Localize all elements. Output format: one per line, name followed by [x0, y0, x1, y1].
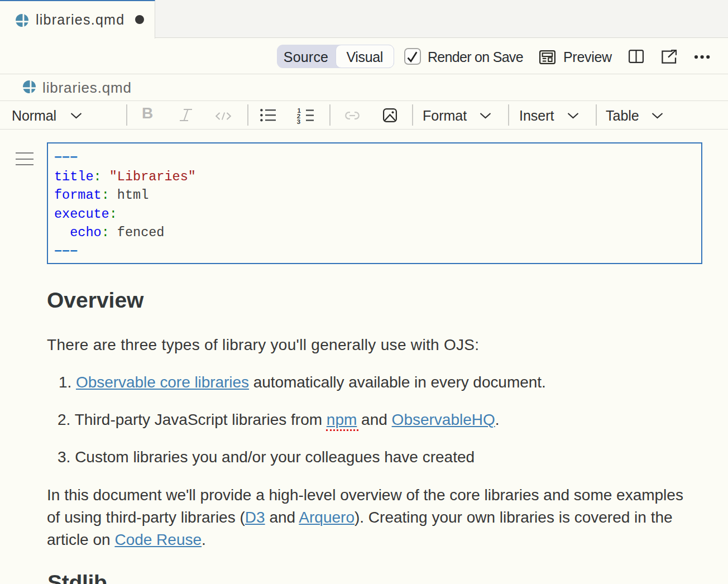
svg-text:3: 3	[297, 118, 300, 125]
